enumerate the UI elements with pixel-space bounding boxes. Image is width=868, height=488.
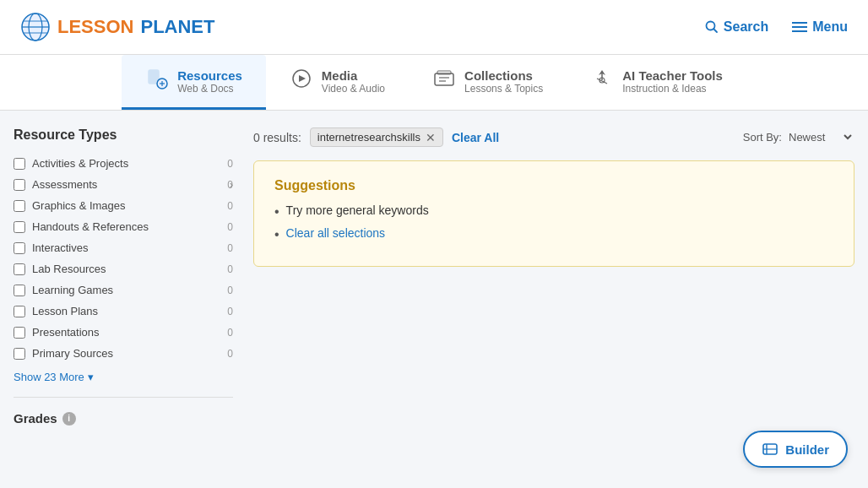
search-tag[interactable]: internetresearchskills ✕	[310, 127, 443, 147]
show-more-button[interactable]: Show 23 More ▾	[14, 367, 94, 387]
sort-by: Sort By: Newest Oldest Relevance	[743, 130, 854, 144]
logo-lesson: LESSON	[57, 16, 133, 38]
games-label: Learning Games	[32, 284, 220, 296]
lab-count: 0	[227, 263, 233, 275]
games-checkbox[interactable]	[14, 285, 25, 296]
clear-selections-link[interactable]: Clear all selections	[286, 226, 386, 240]
builder-button[interactable]: Builder	[743, 431, 848, 442]
lesson-plans-checkbox[interactable]	[14, 306, 25, 317]
svg-line-6	[713, 29, 717, 32]
logo-planet: PLANET	[140, 16, 214, 38]
lab-checkbox[interactable]	[14, 263, 25, 275]
ai-tools-icon	[590, 67, 614, 95]
resources-icon	[145, 67, 169, 95]
header-right: Search Menu	[705, 19, 848, 35]
primary-label: Primary Sources	[32, 347, 220, 360]
presentations-checkbox[interactable]	[14, 327, 25, 339]
search-label: Search	[724, 19, 768, 35]
suggestions-box: Suggestions Try more general keywords Cl…	[253, 160, 854, 267]
interactives-checkbox[interactable]	[14, 242, 25, 254]
sidebar-item-assessments[interactable]: Assessments 0 ›	[14, 174, 233, 195]
sort-label: Sort By:	[743, 131, 782, 144]
activities-checkbox[interactable]	[14, 158, 25, 170]
svg-rect-16	[435, 73, 453, 85]
suggestions-title: Suggestions	[274, 178, 833, 193]
games-count: 0	[227, 285, 233, 296]
search-icon	[705, 20, 719, 34]
tab-collections-text: Collections Lessons & Topics	[464, 68, 543, 95]
tab-ai-tools-text: AI Teacher Tools Instruction & Ideas	[622, 68, 723, 95]
sidebar-item-lesson-plans[interactable]: Lesson Plans 0	[14, 301, 233, 322]
sidebar-item-handouts[interactable]: Handouts & References 0	[14, 216, 233, 237]
sidebar-item-interactives[interactable]: Interactives 0	[14, 237, 233, 258]
sidebar-item-lab[interactable]: Lab Resources 0	[14, 258, 233, 279]
menu-label: Menu	[812, 19, 848, 35]
svg-marker-15	[299, 75, 306, 82]
graphics-checkbox[interactable]	[14, 200, 25, 212]
grades-section: Grades i	[14, 411, 233, 426]
results-bar: 0 results: internetresearchskills ✕ Clea…	[253, 127, 854, 147]
tab-collections[interactable]: Collections Lessons & Topics	[409, 55, 567, 110]
handouts-label: Handouts & References	[32, 220, 220, 233]
logo-globe-icon	[20, 12, 51, 42]
interactives-label: Interactives	[32, 241, 220, 254]
main-layout: Resource Types Activities & Projects 0 A…	[0, 111, 868, 442]
primary-checkbox[interactable]	[14, 348, 25, 360]
tab-media[interactable]: Media Video & Audio	[266, 55, 409, 110]
sidebar: Resource Types Activities & Projects 0 A…	[14, 127, 233, 426]
handouts-checkbox[interactable]	[14, 221, 25, 233]
media-icon	[290, 67, 313, 95]
sidebar-item-graphics[interactable]: Graphics & Images 0	[14, 195, 233, 216]
tab-resources-text: Resources Web & Docs	[177, 68, 242, 95]
builder-icon	[762, 441, 778, 442]
lesson-plans-count: 0	[227, 306, 233, 317]
sidebar-item-primary[interactable]: Primary Sources 0	[14, 343, 233, 364]
builder-label: Builder	[785, 442, 829, 443]
sidebar-divider	[14, 397, 233, 398]
tab-ai-tools[interactable]: AI Teacher Tools Instruction & Ideas	[567, 55, 746, 110]
search-button[interactable]: Search	[705, 19, 768, 35]
tag-remove-icon[interactable]: ✕	[426, 132, 436, 144]
suggestion-text-0: Try more general keywords	[286, 203, 429, 217]
primary-count: 0	[227, 348, 233, 360]
tab-resources[interactable]: Resources Web & Docs	[122, 55, 266, 110]
handouts-count: 0	[227, 221, 233, 233]
logo[interactable]: LESSONPLANET	[20, 12, 214, 42]
content-area: 0 results: internetresearchskills ✕ Clea…	[253, 127, 854, 426]
clear-all-button[interactable]: Clear All	[452, 131, 499, 144]
assessments-expand-icon[interactable]: ›	[230, 178, 233, 191]
tag-text: internetresearchskills	[317, 131, 420, 144]
activities-label: Activities & Projects	[32, 157, 220, 170]
assessments-label: Assessments	[32, 178, 220, 191]
sort-select[interactable]: Newest Oldest Relevance	[785, 130, 854, 144]
chevron-down-icon: ▾	[88, 371, 94, 383]
nav-tabs: Resources Web & Docs Media Video & Audio…	[0, 55, 868, 111]
collections-icon	[432, 67, 456, 95]
graphics-count: 0	[227, 200, 233, 212]
results-count: 0 results:	[253, 131, 301, 144]
lesson-plans-label: Lesson Plans	[32, 305, 220, 317]
assessments-checkbox[interactable]	[14, 179, 25, 191]
menu-icon	[792, 21, 807, 33]
suggestion-item-1[interactable]: Clear all selections	[274, 226, 833, 242]
grades-info-icon[interactable]: i	[62, 412, 76, 426]
sidebar-item-activities[interactable]: Activities & Projects 0	[14, 153, 233, 174]
lab-label: Lab Resources	[32, 263, 220, 275]
activities-count: 0	[227, 158, 233, 170]
sidebar-item-games[interactable]: Learning Games 0	[14, 279, 233, 301]
presentations-count: 0	[227, 327, 233, 339]
presentations-label: Presentations	[32, 326, 220, 339]
tab-media-text: Media Video & Audio	[322, 68, 385, 95]
grades-label: Grades	[14, 411, 57, 426]
header: LESSONPLANET Search Menu	[0, 0, 868, 55]
graphics-label: Graphics & Images	[32, 199, 220, 212]
interactives-count: 0	[227, 242, 233, 254]
resource-types-title: Resource Types	[14, 127, 233, 143]
suggestion-item-0: Try more general keywords	[274, 203, 833, 220]
sidebar-item-presentations[interactable]: Presentations 0	[14, 322, 233, 343]
suggestions-list: Try more general keywords Clear all sele…	[274, 203, 833, 242]
menu-button[interactable]: Menu	[792, 19, 848, 35]
